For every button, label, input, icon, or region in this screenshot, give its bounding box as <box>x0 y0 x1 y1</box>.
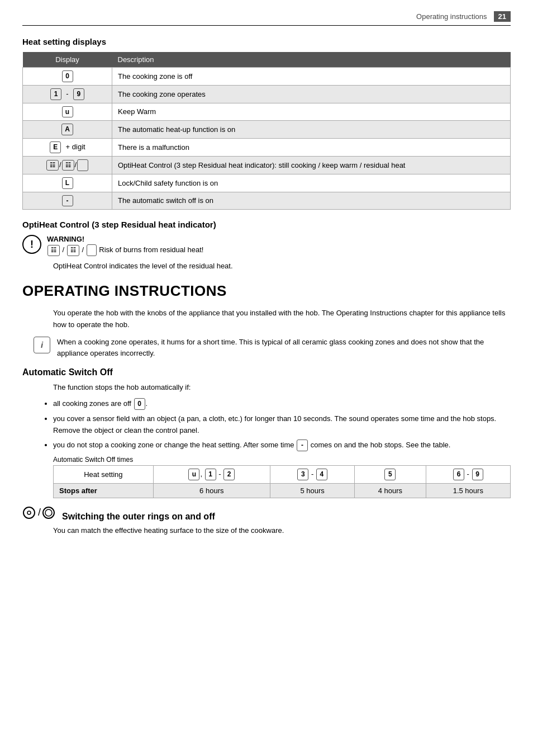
switch-table-header-3: 5 <box>355 466 426 484</box>
display-symbol-dash: - <box>62 195 73 207</box>
switch-table-header-4: 6 - 9 <box>426 466 510 484</box>
page: Operating instructions 21 Heat setting d… <box>0 0 533 756</box>
auto-switch-bullets: all cooking zones are off 0. you cover a… <box>53 398 511 451</box>
col4-symbol-9: 9 <box>472 469 483 480</box>
circle-outer-icon <box>22 506 36 519</box>
operating-instructions-body: You operate the hob with the knobs of th… <box>53 308 511 331</box>
display-cell: u <box>23 103 112 121</box>
col2-symbol-4: 4 <box>316 469 327 480</box>
display-symbol-0: 0 <box>62 70 73 82</box>
switching-body: You can match the effective heating surf… <box>53 525 511 537</box>
display-symbol-oh3 <box>77 159 88 171</box>
warning-text: ☷ / ☷ / Risk of burns from residual heat… <box>47 244 203 256</box>
warning-block: ! WARNING! ☷ / ☷ / Risk of burns from re… <box>22 235 511 256</box>
outer-circle-svg <box>22 506 36 519</box>
col1-symbol-u: u <box>188 469 199 480</box>
display-symbol-a: A <box>61 124 73 135</box>
table-row: 1 - 9 The cooking zone operates <box>23 85 511 103</box>
display-cell: E + digit <box>23 139 112 157</box>
description-cell: Lock/Child safety function is on <box>112 174 511 192</box>
table-row: - The automatic switch off is on <box>23 192 511 210</box>
description-cell: There is a malfunction <box>112 139 511 157</box>
switch-table-val-2: 5 hours <box>270 483 354 498</box>
description-cell: The automatic heat-up function is on <box>112 121 511 139</box>
heat-setting-title: Heat setting displays <box>22 37 511 46</box>
switch-table-row-label: Stops after <box>54 483 154 498</box>
warning-content: WARNING! ☷ / ☷ / Risk of burns from resi… <box>47 235 203 256</box>
switching-icons: / <box>22 506 59 519</box>
bullet-item: you do not stop a cooking zone or change… <box>53 440 511 451</box>
description-cell: OptiHeat Control (3 step Residual heat i… <box>112 156 511 174</box>
display-cell: 1 - 9 <box>23 85 112 103</box>
table-row: ☷/☷/ OptiHeat Control (3 step Residual h… <box>23 156 511 174</box>
switch-table-header-heat: Heat setting <box>54 466 154 484</box>
display-symbol-1: 1 <box>50 88 61 100</box>
description-cell: Keep Warm <box>112 103 511 121</box>
operating-instructions-title: OPERATING INSTRUCTIONS <box>22 282 511 300</box>
svg-point-0 <box>23 507 35 518</box>
table-row: L Lock/Child safety function is on <box>23 174 511 192</box>
oh-icon2: ☷ <box>67 245 79 256</box>
svg-point-1 <box>27 511 31 514</box>
optiheat-title: OptiHeat Control (3 step Residual heat i… <box>22 220 511 229</box>
display-cell: ☷/☷/ <box>23 156 112 174</box>
oh-icon3 <box>87 244 97 256</box>
operating-body-text: You operate the hob with the knobs of th… <box>53 309 505 329</box>
bullet-display-0: 0 <box>134 398 145 410</box>
auto-switch-title: Automatic Switch Off <box>22 367 511 377</box>
switch-table-header-2: 3 - 4 <box>270 466 354 484</box>
inner-circle-svg <box>42 506 55 519</box>
oh-icon1: ☷ <box>47 245 60 256</box>
warning-title: WARNING! <box>47 235 203 243</box>
col4-symbol-6: 6 <box>453 469 464 480</box>
switch-table-val-4: 1.5 hours <box>426 483 510 498</box>
slash-icon: / <box>38 507 41 518</box>
table-row: 0 The cooking zone is off <box>23 68 511 86</box>
circle-inner-icon <box>42 506 55 519</box>
table-row: A The automatic heat-up function is on <box>23 121 511 139</box>
bullet-display-dash: - <box>297 440 308 451</box>
display-symbol-l: L <box>62 177 73 189</box>
svg-point-3 <box>45 509 52 516</box>
bullet-item: all cooking zones are off 0. <box>53 398 511 410</box>
display-cell: 0 <box>23 68 112 86</box>
table-header-description: Description <box>112 52 511 68</box>
col3-symbol-5: 5 <box>384 469 396 480</box>
display-symbol-e: E <box>50 141 61 153</box>
description-cell: The cooking zone is off <box>112 68 511 86</box>
description-cell: The automatic switch off is on <box>112 192 511 210</box>
info-text: When a cooking zone operates, it hums fo… <box>57 337 511 360</box>
display-symbol-u: u <box>62 106 73 118</box>
display-cell: A <box>23 121 112 139</box>
info-icon: i <box>34 337 50 353</box>
page-number: 21 <box>494 11 511 22</box>
col1-symbol-2: 2 <box>223 469 235 480</box>
display-symbol-oh1: ☷ <box>46 160 59 171</box>
auto-switch-intro: The function stops the hob automatically… <box>53 382 511 394</box>
optiheat-body: OptiHeat Control indicates the level of … <box>53 261 511 272</box>
table-row: E + digit There is a malfunction <box>23 139 511 157</box>
switch-table-header-1: u, 1 - 2 <box>153 466 270 484</box>
switching-section-header: / Switching the outer rings on and off <box>22 506 511 522</box>
switch-table-val-1: 6 hours <box>153 483 270 498</box>
col2-symbol-3: 3 <box>297 469 308 480</box>
heat-setting-table: Display Description 0 The cooking zone i… <box>22 52 511 210</box>
switch-off-table: Heat setting u, 1 - 2 3 - 4 5 6 - <box>53 465 511 498</box>
display-cell: - <box>23 192 112 210</box>
warning-body: Risk of burns from residual heat! <box>99 245 203 254</box>
warning-triangle-icon: ! <box>22 235 41 254</box>
svg-point-2 <box>43 507 54 518</box>
table-header-display: Display <box>23 52 112 68</box>
switching-title: Switching the outer rings on and off <box>62 512 215 522</box>
col1-symbol-1: 1 <box>205 469 216 480</box>
display-symbol-9: 9 <box>73 88 84 100</box>
switch-table-val-3: 4 hours <box>355 483 426 498</box>
display-symbol-oh2: ☷ <box>62 160 74 171</box>
description-cell: The cooking zone operates <box>112 85 511 103</box>
page-header: Operating instructions 21 <box>22 11 511 26</box>
table-row: u Keep Warm <box>23 103 511 121</box>
table-label: Automatic Switch Off times <box>53 456 511 464</box>
info-block: i When a cooking zone operates, it hums … <box>34 337 511 360</box>
display-cell: L <box>23 174 112 192</box>
header-title: Operating instructions <box>416 12 487 21</box>
